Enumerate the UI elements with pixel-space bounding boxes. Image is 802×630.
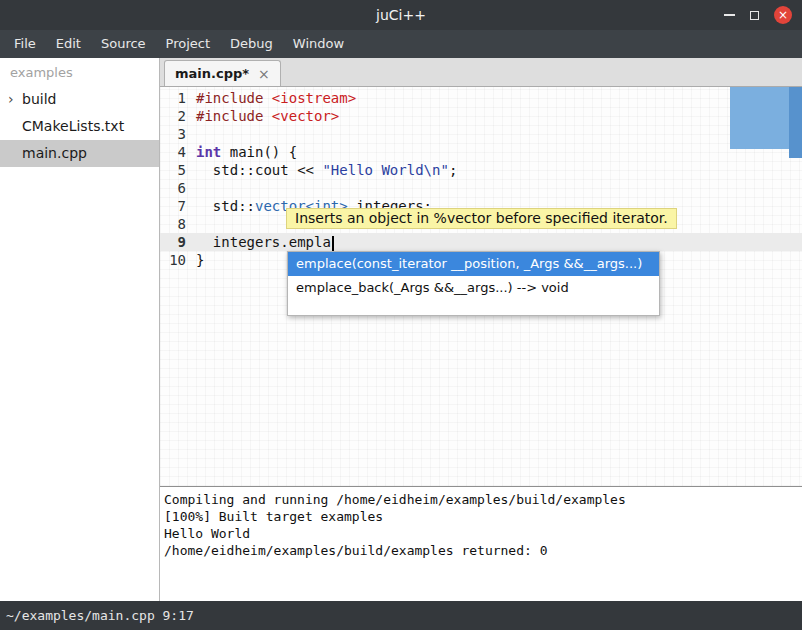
restore-icon[interactable]	[750, 11, 759, 20]
line-number: 7	[160, 197, 193, 215]
code-token: integers.empla	[196, 234, 331, 250]
menu-source[interactable]: Source	[91, 30, 156, 58]
completion-item-emplace-back[interactable]: emplace_back(_Args &&__args...) --> void	[288, 276, 659, 300]
line-number: 6	[160, 179, 193, 197]
tree-item-main-cpp[interactable]: main.cpp	[0, 140, 159, 167]
tree-item-label: CMakeLists.txt	[22, 118, 124, 134]
terminal-output[interactable]: Compiling and running /home/eidheim/exam…	[160, 487, 802, 601]
project-name-label: examples	[0, 58, 159, 86]
menu-edit[interactable]: Edit	[46, 30, 91, 58]
code-line-3: 3	[160, 125, 802, 143]
code-line-2: 2 #include <vector>	[160, 107, 802, 125]
line-number: 2	[160, 107, 193, 125]
code-token: ;	[449, 162, 457, 178]
menu-debug[interactable]: Debug	[220, 30, 283, 58]
code-token: #include	[196, 90, 272, 106]
window-title: juCi++	[0, 0, 802, 30]
autocomplete-popup: emplace(const_iterator __position, _Args…	[287, 251, 660, 316]
minimap[interactable]	[730, 87, 789, 149]
statusbar: ~/examples/main.cpp 9:17	[0, 601, 802, 630]
code-token: <vector>	[272, 108, 339, 124]
main-area: examples › build CMakeLists.txt main.cpp…	[0, 58, 802, 601]
tree-item-build[interactable]: › build	[0, 86, 159, 113]
titlebar[interactable]: juCi++ ×	[0, 0, 802, 30]
tab-label: main.cpp*	[175, 66, 249, 81]
juci-window: juCi++ × File Edit Source Project Debug …	[0, 0, 802, 630]
tabbar: main.cpp* ×	[160, 58, 802, 87]
scrollbar-thumb[interactable]	[789, 87, 802, 158]
code-token: std::	[196, 198, 255, 214]
menubar: File Edit Source Project Debug Window	[0, 30, 802, 58]
completion-item-emplace[interactable]: emplace(const_iterator __position, _Args…	[288, 252, 659, 276]
line-number: 4	[160, 143, 193, 161]
terminal-line: [100%] Built target examples	[164, 508, 802, 525]
doc-tooltip: Inserts an object in %vector before spec…	[286, 208, 677, 229]
line-number: 9	[160, 233, 193, 251]
status-file-position: ~/examples/main.cpp 9:17	[6, 608, 194, 623]
terminal-line: Hello World	[164, 525, 802, 542]
tab-main-cpp[interactable]: main.cpp* ×	[164, 60, 281, 86]
code-line-6: 6	[160, 179, 802, 197]
menu-window[interactable]: Window	[283, 30, 354, 58]
terminal-line: /home/eidheim/examples/build/examples re…	[164, 542, 802, 559]
code-token: "Hello World\n"	[322, 162, 448, 178]
file-tree-panel: examples › build CMakeLists.txt main.cpp	[0, 58, 160, 601]
code-token: std::cout <<	[196, 162, 322, 178]
line-number: 10	[160, 251, 193, 269]
code-token: <iostream>	[272, 90, 356, 106]
line-number: 8	[160, 215, 193, 233]
code-token: int	[196, 144, 221, 160]
tab-close-icon[interactable]: ×	[258, 67, 270, 81]
menu-project[interactable]: Project	[156, 30, 220, 58]
terminal-line: Compiling and running /home/eidheim/exam…	[164, 491, 802, 508]
window-controls: ×	[724, 0, 792, 30]
code-token: }	[196, 251, 204, 269]
code-line-4: 4 int main() {	[160, 143, 802, 161]
close-icon[interactable]: ×	[774, 6, 792, 24]
line-number: 1	[160, 89, 193, 107]
menu-file[interactable]: File	[4, 30, 46, 58]
code-token: #include	[196, 108, 272, 124]
tree-item-label: main.cpp	[22, 145, 87, 161]
content-column: main.cpp* × 1 #include <iostream> 2 #inc…	[160, 58, 802, 601]
code-token: main() {	[221, 144, 297, 160]
code-line-9-current: 9 integers.empla	[160, 233, 802, 251]
text-cursor	[332, 236, 334, 251]
minimize-icon[interactable]	[724, 14, 735, 16]
line-number: 3	[160, 125, 193, 143]
code-editor[interactable]: 1 #include <iostream> 2 #include <vector…	[160, 87, 802, 486]
tree-item-cmakelists[interactable]: CMakeLists.txt	[0, 113, 159, 140]
code-line-5: 5 std::cout << "Hello World\n";	[160, 161, 802, 179]
tree-item-label: build	[22, 91, 56, 107]
code-line-1: 1 #include <iostream>	[160, 89, 802, 107]
expander-icon[interactable]: ›	[8, 86, 14, 113]
line-number: 5	[160, 161, 193, 179]
code-lines: 1 #include <iostream> 2 #include <vector…	[160, 87, 802, 269]
